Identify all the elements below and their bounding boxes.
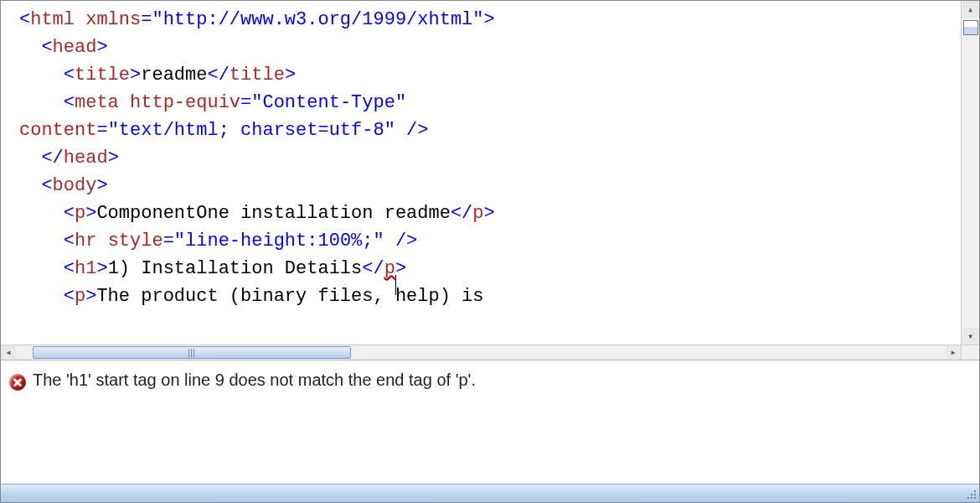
vertical-scroll-track[interactable] bbox=[962, 38, 979, 328]
svg-rect-3 bbox=[967, 497, 969, 499]
scrollbar-corner bbox=[961, 345, 979, 360]
split-view-icon[interactable] bbox=[963, 20, 978, 35]
scroll-left-icon[interactable]: ◂ bbox=[1, 345, 16, 360]
svg-rect-2 bbox=[974, 494, 976, 495]
horizontal-scroll-track[interactable] bbox=[16, 345, 946, 360]
editor-area: <html xmlns="http://www.w3.org/1999/xhtm… bbox=[1, 1, 979, 345]
resize-grip[interactable] bbox=[961, 485, 979, 502]
error-message: The 'h1' start tag on line 9 does not ma… bbox=[33, 371, 476, 390]
tag-bracket: < bbox=[19, 9, 30, 30]
scroll-down-icon[interactable]: ▾ bbox=[962, 328, 979, 345]
title-text: readme bbox=[141, 65, 207, 86]
svg-rect-4 bbox=[971, 494, 972, 495]
status-bar bbox=[1, 484, 979, 502]
svg-rect-1 bbox=[971, 497, 972, 499]
horizontal-scrollbar[interactable]: ◂ ▸ bbox=[1, 345, 979, 360]
tag-name: html bbox=[30, 9, 75, 30]
code-editor[interactable]: <html xmlns="http://www.w3.org/1999/xhtm… bbox=[1, 1, 961, 345]
horizontal-scroll-thumb[interactable] bbox=[33, 346, 351, 359]
vertical-scrollbar[interactable]: ▴ ▾ bbox=[961, 1, 979, 345]
scroll-right-icon[interactable]: ▸ bbox=[946, 345, 961, 360]
error-icon bbox=[9, 374, 26, 391]
error-squiggle: p bbox=[384, 258, 395, 279]
attr-value: "http://www.w3.org/1999/xhtml" bbox=[152, 9, 483, 30]
error-panel: The 'h1' start tag on line 9 does not ma… bbox=[1, 360, 979, 484]
editor-window: <html xmlns="http://www.w3.org/1999/xhtm… bbox=[0, 0, 980, 503]
svg-rect-0 bbox=[974, 497, 976, 499]
svg-rect-5 bbox=[974, 490, 976, 492]
scroll-up-icon[interactable]: ▴ bbox=[962, 1, 979, 18]
attr-name: xmlns bbox=[85, 9, 141, 30]
